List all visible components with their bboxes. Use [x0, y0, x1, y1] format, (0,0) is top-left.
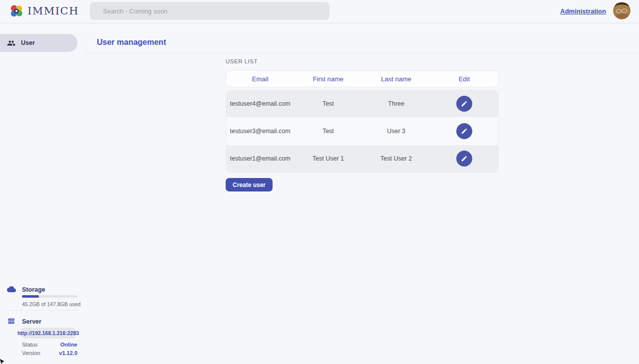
column-header-edit: Edit [430, 75, 498, 83]
storage-used-label: 45.2GB of 147.8GB used [22, 301, 80, 307]
mouse-cursor [0, 358, 6, 364]
app-name: IMMICH [27, 5, 79, 17]
header-divider [85, 53, 639, 53]
user-first-name: Test [294, 100, 362, 107]
column-header-last-name: Last name [362, 75, 430, 83]
user-email: testuser1@email.com [226, 155, 294, 162]
user-row: testuser1@email.com Test User 1 Test Use… [226, 145, 498, 172]
sidebar-item-user[interactable]: User [0, 34, 77, 52]
user-last-name: Three [362, 100, 430, 107]
user-table-body: testuser4@email.com Test Three testuser3… [226, 90, 499, 173]
version-value: v1.12.0 [59, 350, 77, 356]
immich-admin-screen: IMMICH Administration User [0, 0, 639, 364]
user-list-label: USER LIST [226, 58, 258, 64]
sidebar: User Storage 45.2GB of 147.8GB used S [0, 23, 85, 364]
page-title: User management [97, 38, 166, 47]
storage-progress-fill [22, 295, 39, 298]
pencil-icon [461, 100, 468, 107]
pencil-icon [461, 128, 468, 135]
user-last-name: Test User 2 [362, 155, 430, 162]
sidebar-divider [5, 310, 79, 311]
server-icon [7, 317, 15, 325]
server-title: Server [22, 318, 41, 325]
user-avatar[interactable] [613, 2, 631, 19]
user-first-name: Test User 1 [294, 155, 362, 162]
top-bar: IMMICH Administration [0, 0, 639, 23]
create-user-button[interactable]: Create user [226, 178, 273, 191]
edit-user-button[interactable] [456, 151, 472, 167]
sidebar-item-user-label: User [21, 39, 35, 46]
version-label: Version [22, 350, 40, 356]
user-row: testuser3@email.com Test User 3 [226, 117, 498, 145]
server-version-row: Version v1.12.0 [22, 350, 77, 356]
app-logo[interactable]: IMMICH [9, 3, 79, 18]
user-first-name: Test [294, 128, 362, 135]
server-url-badge: http://192.168.1.216:2283 [20, 328, 76, 339]
user-table-header: Email First name Last name Edit [226, 70, 499, 87]
user-email: testuser3@email.com [226, 128, 294, 135]
column-header-email: Email [226, 75, 294, 83]
search-input[interactable] [90, 2, 329, 20]
pencil-icon [461, 155, 468, 162]
people-icon [7, 39, 15, 47]
administration-link[interactable]: Administration [560, 7, 606, 15]
status-value: Online [60, 342, 77, 348]
immich-flower-icon [9, 3, 24, 18]
storage-title: Storage [22, 286, 45, 293]
server-status-row: Status Online [22, 342, 77, 348]
cloud-icon [7, 286, 16, 293]
status-label: Status [22, 342, 37, 348]
user-last-name: User 3 [362, 128, 430, 135]
user-row: testuser4@email.com Test Three [226, 90, 498, 117]
edit-user-button[interactable] [456, 96, 472, 112]
user-email: testuser4@email.com [226, 100, 294, 107]
edit-user-button[interactable] [456, 123, 472, 139]
column-header-first-name: First name [294, 75, 362, 83]
storage-progress-bar [22, 295, 77, 298]
